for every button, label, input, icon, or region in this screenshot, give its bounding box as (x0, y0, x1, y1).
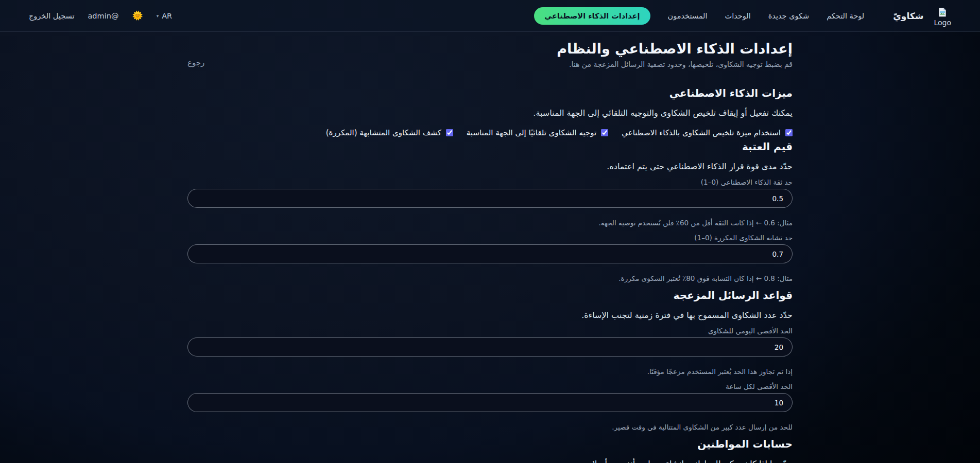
page-header-text: إعدادات الذكاء الاصطناعي والنظام قم بضبط… (557, 41, 793, 68)
brand: Logo شكاويّ (893, 6, 951, 26)
confidence-threshold-label: حد ثقة الذكاء الاصطناعي (0–1) (187, 178, 793, 186)
brand-name[interactable]: شكاويّ (893, 11, 923, 21)
citizen-accounts-description: حدّد ما إذا كان يمكن للمواطنين إنشاء حسا… (187, 459, 793, 463)
ai-features-description: يمكنك تفعيل أو إيقاف تلخيص الشكاوى والتو… (187, 108, 793, 118)
logout-link[interactable]: تسجيل الخروج (29, 12, 74, 20)
similarity-threshold-input[interactable] (187, 244, 793, 263)
hourly-limit-input[interactable] (187, 393, 793, 412)
checkbox-summarize-label: استخدام ميزة تلخيص الشكاوى بالذكاء الاصط… (622, 128, 781, 137)
section-title-thresholds: قيم العتبة (187, 140, 793, 153)
nav-link-dashboard[interactable]: لوحة التحكم (827, 12, 864, 20)
nav-link-new-complaint[interactable]: شكوى جديدة (768, 12, 809, 20)
nav-link-units[interactable]: الوحدات (725, 12, 751, 20)
checkbox-auto-route-label: توجيه الشكاوى تلقائيًا إلى الجهة المناسب… (467, 128, 596, 137)
nav-link-users[interactable]: المستخدمون (668, 12, 708, 20)
section-title-citizen-accounts: حسابات المواطنين (187, 438, 793, 450)
nav-links: لوحة التحكم شكوى جديدة الوحدات المستخدمو… (534, 7, 864, 25)
hourly-limit-label: الحد الأقصى لكل ساعة (187, 382, 793, 390)
chevron-down-icon: ▾ (157, 13, 159, 19)
back-link[interactable]: رجوع (187, 58, 204, 67)
navbar-inner: Logo شكاويّ لوحة التحكم شكوى جديدة الوحد… (29, 6, 951, 26)
top-navbar: Logo شكاويّ لوحة التحكم شكوى جديدة الوحد… (0, 0, 980, 32)
checkbox-duplicate-detect-label: كشف الشكاوى المتشابهة (المكررة) (326, 128, 441, 137)
navbar-controls: AR ▾ 🌞 @admin تسجيل الخروج (29, 11, 172, 20)
main-content: إعدادات الذكاء الاصطناعي والنظام قم بضبط… (187, 32, 793, 463)
logo-alt-text: Logo (934, 19, 951, 26)
checkbox-auto-route[interactable]: توجيه الشكاوى تلقائيًا إلى الجهة المناسب… (467, 128, 608, 137)
similarity-threshold-help: مثال: 0.8 ← إذا كان التشابه فوق 80٪ تُعت… (187, 274, 793, 282)
section-title-ai-features: ميزات الذكاء الاصطناعي (187, 87, 793, 99)
language-selector[interactable]: AR ▾ (157, 12, 173, 20)
daily-limit-help: إذا تم تجاوز هذا الحد يُعتبر المستخدم مز… (187, 367, 793, 376)
checkbox-summarize-input[interactable] (785, 129, 793, 136)
language-label: AR (162, 12, 172, 20)
section-title-spam-rules: قواعد الرسائل المزعجة (187, 289, 793, 301)
ai-features-checkbox-row: استخدام ميزة تلخيص الشكاوى بالذكاء الاصط… (187, 128, 793, 137)
checkbox-duplicate-detect[interactable]: كشف الشكاوى المتشابهة (المكررة) (326, 128, 453, 137)
nav-link-ai-settings-active[interactable]: إعدادات الذكاء الاصطناعي (534, 7, 650, 25)
checkbox-duplicate-detect-input[interactable] (446, 129, 453, 136)
daily-limit-label: الحد الأقصى اليومي للشكاوى (187, 327, 793, 335)
page-title: إعدادات الذكاء الاصطناعي والنظام (557, 41, 793, 57)
page-header: إعدادات الذكاء الاصطناعي والنظام قم بضبط… (187, 41, 793, 68)
confidence-threshold-help: مثال: 0.6 ← إذا كانت الثقة أقل من 60٪ فل… (187, 219, 793, 227)
checkbox-summarize[interactable]: استخدام ميزة تلخيص الشكاوى بالذكاء الاصط… (622, 128, 793, 137)
hourly-limit-help: للحد من إرسال عدد كبير من الشكاوى المتتا… (187, 423, 793, 431)
sun-icon: 🌞 (132, 11, 143, 21)
daily-limit-input[interactable] (187, 337, 793, 357)
theme-toggle-button[interactable]: 🌞 (132, 11, 143, 20)
confidence-threshold-input[interactable] (187, 189, 793, 208)
username-label: @admin (88, 12, 118, 20)
spam-rules-description: حدّد عدد الشكاوى المسموح بها في فترة زمن… (187, 310, 793, 320)
broken-image-icon (937, 7, 948, 17)
page-subtitle: قم بضبط توجيه الشكاوى، تلخيصها، وحدود تص… (557, 60, 793, 68)
thresholds-description: حدّد مدى قوة قرار الذكاء الاصطناعي حتى ي… (187, 162, 793, 171)
similarity-threshold-label: حد تشابه الشكاوى المكررة (0–1) (187, 234, 793, 242)
checkbox-auto-route-input[interactable] (601, 129, 608, 136)
broken-image-logo[interactable]: Logo (934, 7, 951, 26)
